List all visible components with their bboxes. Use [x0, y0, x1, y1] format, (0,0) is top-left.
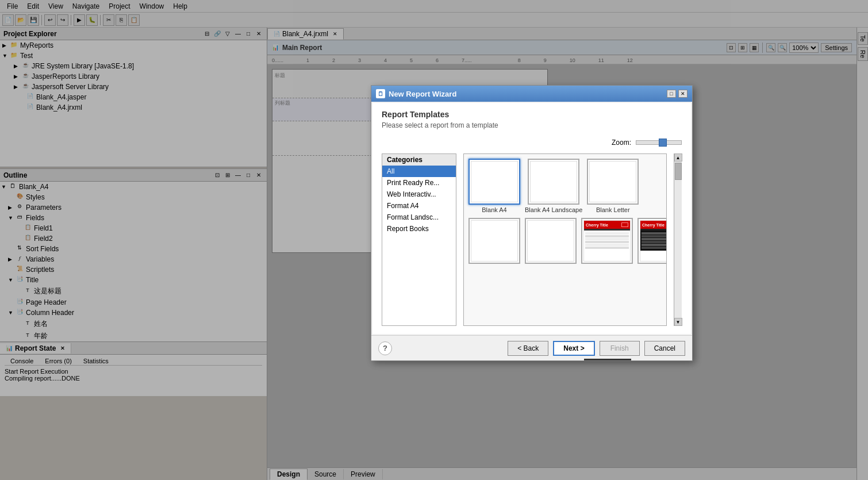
template-blank-a4-landscape[interactable]: Blank A4 Landscape — [525, 159, 582, 213]
template-thumb-unknown1[interactable] — [468, 218, 520, 264]
scroll-down-arrow[interactable]: ▼ — [674, 318, 682, 326]
dialog-window-controls: □ ✕ — [667, 90, 688, 98]
help-button[interactable]: ? — [378, 341, 392, 355]
category-web-interactive[interactable]: Web Interactiv... — [382, 189, 456, 200]
dialog-subtitle: Please select a report from a template — [382, 121, 682, 129]
finish-button[interactable]: Finish — [600, 341, 640, 356]
categories-panel: Categories All Print Ready Re... Web Int… — [382, 153, 456, 326]
templates-row-1: Blank A4 Blank A4 Landscape — [468, 159, 662, 213]
dialog-close-btn[interactable]: ✕ — [678, 90, 688, 98]
template-unknown2[interactable] — [525, 218, 577, 266]
template-preview-blank-a4-landscape — [530, 161, 577, 202]
templates-grid: Blank A4 Blank A4 Landscape — [463, 153, 667, 326]
template-thumb-unknown2[interactable] — [525, 218, 577, 264]
template-thumb-blank-a4-landscape[interactable] — [528, 159, 579, 205]
template-preview-cherry1: Cherry Title — [583, 220, 631, 262]
dialog-maximize-btn[interactable]: □ — [667, 90, 676, 98]
template-preview-blank-letter — [589, 161, 636, 202]
category-format-a4[interactable]: Format A4 — [382, 200, 456, 212]
template-thumb-blank-letter[interactable] — [587, 159, 639, 205]
next-button[interactable]: Next > — [553, 341, 594, 356]
dialog-content: Categories All Print Ready Re... Web Int… — [382, 153, 682, 326]
template-preview-unknown1 — [471, 220, 518, 262]
modal-overlay: 🗒 New Report Wizard □ ✕ Report Templates… — [0, 0, 868, 480]
zoom-label: Zoom: — [612, 139, 631, 147]
back-button[interactable]: < Back — [508, 341, 548, 356]
category-print-ready[interactable]: Print Ready Re... — [382, 177, 456, 189]
category-all[interactable]: All — [382, 166, 456, 177]
template-label-blank-a4-landscape: Blank A4 Landscape — [525, 206, 582, 213]
template-thumb-cherry1[interactable]: Cherry Title — [581, 218, 633, 264]
dialog-body: Report Templates Please select a report … — [372, 103, 691, 334]
zoom-thumb[interactable] — [659, 139, 667, 147]
template-preview-blank-a4 — [471, 161, 518, 202]
categories-header: Categories — [382, 154, 456, 166]
dialog-title-left: 🗒 New Report Wizard — [376, 89, 456, 98]
scroll-up-arrow[interactable]: ▲ — [674, 153, 682, 162]
dialog-buttons: < Back Next > Finish Cancel — [508, 341, 685, 356]
dialog-zoom-control: Zoom: — [382, 139, 682, 147]
template-cherry2[interactable]: Cherry Title — [637, 218, 667, 266]
dialog-footer: ? < Back Next > Finish Cancel — [371, 335, 692, 360]
template-preview-cherry2: Cherry Title — [640, 220, 667, 262]
scroll-track — [675, 162, 682, 318]
cancel-button[interactable]: Cancel — [644, 341, 685, 356]
template-preview-unknown2 — [527, 220, 574, 262]
template-label-blank-letter: Blank Letter — [596, 206, 630, 213]
templates-scrollbar[interactable]: ▲ ▼ — [674, 153, 682, 326]
template-blank-letter[interactable]: Blank Letter — [587, 159, 639, 213]
template-blank-a4[interactable]: Blank A4 — [468, 159, 520, 213]
dialog-titlebar: 🗒 New Report Wizard □ ✕ — [371, 86, 692, 102]
scroll-thumb[interactable] — [675, 163, 682, 180]
zoom-slider[interactable] — [636, 140, 682, 145]
dialog-section-title: Report Templates — [382, 110, 682, 119]
templates-row-2: Cherry Title — [468, 218, 662, 266]
template-label-blank-a4: Blank A4 — [482, 206, 506, 213]
template-thumb-cherry2[interactable]: Cherry Title — [637, 218, 667, 264]
dialog-wizard-icon: 🗒 — [376, 89, 385, 98]
new-report-wizard-dialog: 🗒 New Report Wizard □ ✕ Report Templates… — [371, 85, 693, 361]
category-format-landscape[interactable]: Format Landsc... — [382, 212, 456, 223]
template-thumb-blank-a4[interactable] — [468, 159, 520, 205]
template-cherry1[interactable]: Cherry Title — [581, 218, 633, 266]
template-unknown1[interactable] — [468, 218, 520, 266]
category-report-books[interactable]: Report Books — [382, 223, 456, 235]
dialog-title-text: New Report Wizard — [389, 90, 456, 98]
